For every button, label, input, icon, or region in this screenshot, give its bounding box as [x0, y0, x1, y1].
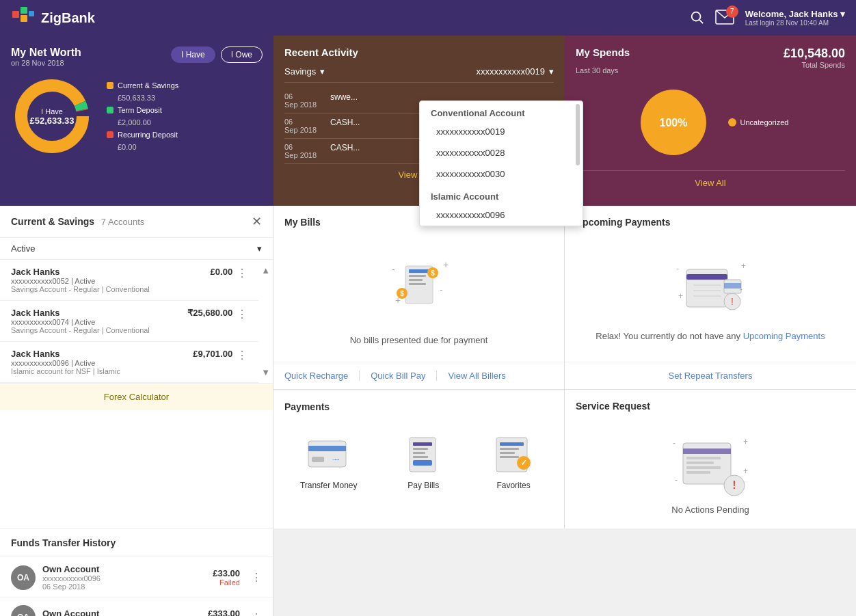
spends-label: Total Spends — [784, 61, 845, 69]
dropdown-item-0030[interactable]: xxxxxxxxxxx0030 — [420, 163, 583, 185]
svg-rect-46 — [413, 452, 425, 454]
favorites-label: Favorites — [496, 481, 530, 490]
savings-selector[interactable]: Savings ▾ — [284, 66, 325, 77]
i-owe-button[interactable]: I Owe — [221, 46, 263, 63]
payments-title: Payments — [273, 390, 564, 423]
donut-chart: I Have £52,633.33 — [11, 75, 93, 157]
svg-rect-60 — [686, 466, 721, 469]
view-all-billers-button[interactable]: View All Billers — [437, 371, 516, 381]
svg-text:+: + — [743, 466, 748, 476]
spends-header: My Spends Last 30 days £10,548.00 Total … — [576, 46, 845, 75]
account-menu-0[interactable]: ⋮ — [237, 267, 248, 280]
dropdown-item-0019[interactable]: xxxxxxxxxxx0019 — [420, 121, 583, 142]
upcoming-msg: Relax! You currently do not have any Upc… — [596, 331, 825, 341]
transfer-menu-1[interactable]: ⋮ — [251, 611, 262, 617]
dropdown-item-0028[interactable]: xxxxxxxxxxx0028 — [420, 142, 583, 163]
transfer-list: OA Own Account xxxxxxxxxxx0096 06 Sep 20… — [0, 557, 273, 616]
svg-text:-: - — [676, 264, 679, 273]
i-have-button[interactable]: I Have — [171, 46, 215, 63]
view-all-button[interactable]: View All — [576, 170, 845, 195]
svg-text:-: - — [440, 284, 443, 295]
svg-text:+: + — [743, 437, 748, 446]
set-repeat-transfers-button[interactable]: Set Repeat Transfers — [669, 371, 753, 381]
account-menu-2[interactable]: ⋮ — [237, 349, 248, 362]
favorites-item[interactable]: ✓ Favorites — [490, 434, 537, 490]
net-worth-toggle: I Have I Owe — [171, 46, 263, 63]
quick-bill-pay-button[interactable]: Quick Bill Pay — [360, 371, 437, 381]
payments-panel: Payments → → Transfer Money — [273, 390, 565, 528]
logo-text: ZigBank — [41, 10, 95, 26]
accounts-count: 7 Accounts — [101, 217, 145, 227]
service-title: Service Request — [565, 390, 856, 423]
svg-text:$: $ — [431, 269, 435, 277]
svg-rect-50 — [500, 442, 524, 446]
spends-title: My Spends — [576, 46, 630, 58]
main-grid: My Net Worth on 28 Nov 2018 I Have I Owe… — [0, 36, 856, 616]
net-worth-content: I Have £52,633.33 Current & Savings £50,… — [11, 75, 263, 157]
transfer-item-1: OA Own Account xxxxxxxxxxx0019 £333.00 F… — [0, 598, 273, 616]
dropdown-item-0096[interactable]: xxxxxxxxxxx0096 — [420, 204, 583, 226]
account-item-0: Jack Hanks xxxxxxxxxxx0052 | Active Savi… — [0, 260, 258, 301]
transfers-panel: Funds Transfer History OA Own Account xx… — [0, 528, 273, 616]
mail-badge-count: 7 — [726, 5, 738, 18]
savings-dropdown-icon[interactable]: ▾ — [320, 66, 325, 77]
transfer-avatar-0: OA — [11, 565, 36, 590]
pay-bills-icon — [399, 434, 447, 475]
svg-text:-: - — [392, 264, 395, 275]
mail-icon[interactable]: 7 — [715, 10, 734, 27]
spends-chart-area: 100% Uncategorized — [576, 75, 845, 170]
spends-legend: Uncategorized — [728, 118, 789, 126]
forex-calculator-button[interactable]: Forex Calculator — [0, 383, 273, 410]
svg-text:-: - — [675, 475, 678, 485]
pay-bills-item[interactable]: Pay Bills — [399, 434, 447, 490]
account-dropdown-icon[interactable]: ▾ — [549, 66, 554, 77]
svg-rect-39 — [308, 446, 346, 451]
dropdown-arrow-icon[interactable]: ▾ — [840, 9, 845, 19]
svg-point-4 — [691, 12, 700, 21]
upcoming-panel: Upcoming Payments ! - + - + — [565, 206, 856, 390]
recent-activity-panel: Recent Activity Savings ▾ xxxxxxxxxxx001… — [273, 36, 565, 206]
user-name: Jack Hanks — [789, 9, 838, 19]
service-content: ! - + + - No Actions Pending — [565, 423, 856, 528]
svg-rect-40 — [312, 457, 324, 462]
scroll-down-button[interactable]: ▼ — [261, 367, 270, 377]
upcoming-title: Upcoming Payments — [565, 206, 856, 239]
account-selector[interactable]: Savings ▾ xxxxxxxxxxx0019 ▾ — [284, 66, 554, 83]
scroll-up-button[interactable]: ▲ — [261, 265, 270, 276]
account-number-selector[interactable]: xxxxxxxxxxx0019 ▾ — [477, 66, 554, 77]
transfer-money-item[interactable]: → → Transfer Money — [300, 434, 358, 490]
payments-icons: → → Transfer Money P — [273, 423, 564, 501]
service-panel: Service Request ! - + + - No Actions Pen… — [565, 390, 856, 528]
svg-rect-52 — [500, 452, 515, 454]
svg-text:+: + — [741, 261, 746, 271]
bills-icon: $ $ - + - + — [385, 256, 453, 327]
spends-panel: My Spends Last 30 days £10,548.00 Total … — [565, 36, 856, 206]
transfer-menu-0[interactable]: ⋮ — [251, 571, 262, 584]
svg-rect-45 — [413, 448, 428, 450]
upcoming-content: ! - + - + Relax! You currently do not ha… — [565, 239, 856, 362]
quick-recharge-button[interactable]: Quick Recharge — [284, 371, 360, 381]
status-filter[interactable]: Active ▾ — [0, 238, 273, 260]
svg-rect-53 — [500, 456, 519, 458]
pay-bills-label: Pay Bills — [407, 481, 439, 490]
svg-rect-57 — [683, 448, 731, 454]
svg-rect-38 — [308, 441, 346, 467]
legend-color-savings — [107, 82, 113, 89]
account-item-2: Jack Hanks xxxxxxxxxxx0096 | Active Isla… — [0, 342, 258, 383]
upcoming-link[interactable]: Upcoming Payments — [743, 331, 825, 341]
scroll-controls: ▲ ▼ — [258, 260, 273, 383]
close-accounts-button[interactable]: ✕ — [252, 214, 262, 229]
upcoming-footer: Set Repeat Transfers — [565, 362, 856, 389]
svg-rect-48 — [413, 460, 432, 466]
legend-recurring: Recurring Deposit — [107, 131, 178, 139]
svg-rect-15 — [409, 279, 423, 281]
svg-text:→: → — [334, 455, 340, 463]
status-dropdown-icon: ▾ — [257, 243, 262, 254]
accounts-title: Current & Savings — [11, 216, 94, 227]
svg-text:-: - — [740, 284, 743, 294]
transfer-status-0: Failed — [213, 578, 240, 587]
account-menu-1[interactable]: ⋮ — [237, 308, 248, 321]
transfers-title: Funds Transfer History — [0, 529, 273, 557]
search-icon[interactable] — [689, 10, 704, 27]
transfer-item-0: OA Own Account xxxxxxxxxxx0096 06 Sep 20… — [0, 557, 273, 598]
